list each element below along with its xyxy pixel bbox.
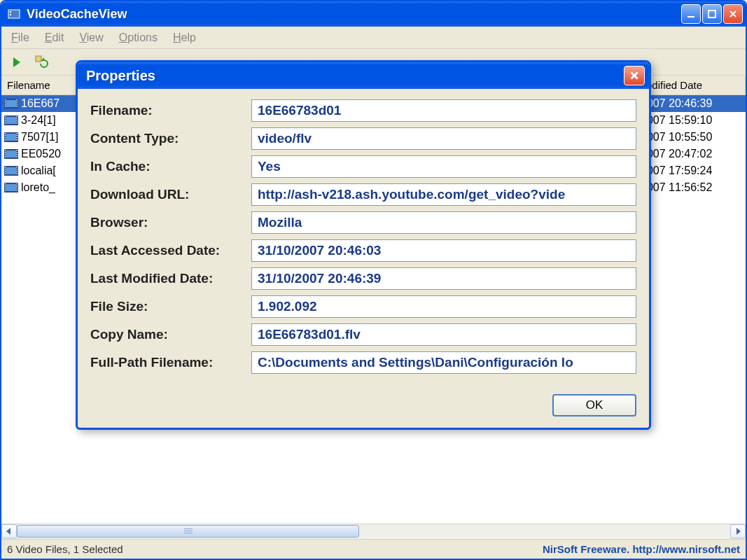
prop-filesize-value[interactable]: 1.902.092 (251, 295, 636, 318)
svg-rect-24 (17, 120, 18, 122)
menu-edit[interactable]: Edit (38, 29, 71, 47)
svg-rect-12 (17, 99, 18, 101)
dialog-title: Properties (86, 68, 624, 84)
svg-rect-50 (5, 171, 6, 172)
cell-modified: 2007 20:47:02 (641, 148, 746, 160)
prop-contenttype-value[interactable]: video/flv (251, 127, 636, 150)
svg-rect-47 (6, 167, 16, 174)
svg-rect-28 (5, 133, 6, 134)
svg-rect-54 (17, 171, 18, 172)
scroll-track[interactable] (17, 524, 730, 539)
svg-rect-40 (5, 154, 6, 155)
menu-help[interactable]: Help (166, 29, 203, 47)
svg-rect-2 (10, 14, 11, 15)
prop-browser-label: Browser: (90, 215, 251, 230)
svg-rect-33 (17, 135, 18, 136)
svg-rect-61 (5, 190, 6, 191)
svg-rect-29 (5, 135, 6, 136)
menu-file[interactable]: File (4, 29, 36, 47)
svg-rect-18 (5, 116, 6, 118)
svg-rect-3 (687, 16, 694, 18)
svg-rect-37 (6, 150, 16, 158)
menu-view[interactable]: View (72, 29, 110, 47)
prop-url-value[interactable]: http://ash-v218.ash.youtube.com/get_vide… (251, 183, 636, 206)
svg-rect-8 (5, 99, 6, 101)
svg-rect-58 (5, 183, 6, 185)
prop-contenttype-label: Content Type: (90, 131, 251, 146)
scroll-thumb[interactable] (17, 525, 359, 538)
film-icon (4, 99, 18, 108)
svg-rect-4 (708, 10, 715, 18)
svg-rect-39 (5, 152, 6, 153)
prop-accessed-value[interactable]: 31/10/2007 20:46:03 (251, 239, 636, 262)
film-icon (4, 132, 18, 142)
svg-rect-53 (17, 169, 18, 170)
maximize-button[interactable] (702, 4, 722, 24)
svg-rect-21 (5, 122, 6, 124)
svg-rect-1 (10, 11, 11, 13)
status-text: 6 Video Files, 1 Selected (7, 543, 543, 555)
statusbar: 6 Video Files, 1 Selected NirSoft Freewa… (1, 539, 746, 559)
svg-rect-7 (6, 100, 16, 107)
svg-rect-42 (17, 150, 18, 151)
cell-modified: 2007 20:46:39 (641, 97, 746, 110)
prop-filesize-label: File Size: (90, 299, 251, 314)
ok-button[interactable]: OK (552, 394, 636, 416)
properties-dialog: Properties Filename: 16E66783d01 Content… (76, 60, 651, 430)
menu-options[interactable]: Options (112, 29, 165, 47)
svg-rect-5 (36, 56, 41, 62)
svg-rect-43 (17, 152, 18, 153)
prop-copyname-label: Copy Name: (90, 327, 251, 342)
cell-modified: 2007 10:55:50 (641, 131, 746, 144)
svg-rect-44 (17, 154, 18, 155)
film-icon (4, 149, 18, 159)
prop-copyname-value[interactable]: 16E66783d01.flv (251, 323, 636, 346)
svg-rect-25 (17, 122, 18, 124)
prop-incache-value[interactable]: Yes (251, 155, 636, 178)
prop-modified-label: Last Modified Date: (90, 271, 251, 286)
menubar: File Edit View Options Help (1, 27, 746, 49)
prop-fullpath-value[interactable]: C:\Documents and Settings\Dani\Configura… (251, 351, 636, 374)
scroll-right-button[interactable] (730, 524, 746, 538)
film-icon (4, 166, 18, 176)
svg-rect-38 (5, 150, 6, 151)
prop-accessed-label: Last Accessed Date: (90, 243, 251, 258)
refresh-button[interactable] (32, 52, 52, 72)
svg-rect-65 (17, 190, 18, 191)
cell-modified: 2007 17:59:24 (641, 164, 746, 177)
svg-rect-10 (5, 104, 6, 105)
svg-rect-31 (5, 139, 6, 141)
svg-rect-52 (17, 167, 18, 168)
cell-modified: 2007 11:56:52 (641, 181, 746, 194)
minimize-button[interactable] (681, 4, 701, 24)
app-icon (7, 7, 21, 21)
svg-rect-57 (6, 184, 16, 191)
close-button[interactable] (723, 4, 743, 24)
svg-rect-15 (17, 106, 18, 107)
horizontal-scrollbar (1, 524, 746, 539)
prop-modified-value[interactable]: 31/10/2007 20:46:39 (251, 267, 636, 290)
prop-filename-value[interactable]: 16E66783d01 (251, 99, 636, 122)
svg-rect-27 (6, 134, 16, 141)
film-icon (4, 183, 18, 192)
film-icon (4, 115, 18, 125)
col-modified[interactable]: odified Date (641, 76, 746, 94)
svg-rect-62 (17, 183, 18, 185)
scroll-left-button[interactable] (1, 524, 17, 538)
play-button[interactable] (7, 52, 27, 72)
svg-rect-48 (5, 167, 6, 168)
svg-rect-34 (17, 137, 18, 139)
dialog-titlebar[interactable]: Properties (78, 62, 649, 89)
dialog-close-button[interactable] (624, 66, 645, 85)
svg-rect-14 (17, 104, 18, 105)
prop-fullpath-label: Full-Path Filename: (90, 355, 251, 370)
status-credits: NirSoft Freeware. http://www.nirsoft.net (543, 543, 740, 555)
prop-browser-value[interactable]: Mozilla (251, 211, 636, 234)
svg-rect-49 (5, 169, 6, 170)
svg-rect-20 (5, 120, 6, 122)
svg-rect-51 (5, 173, 6, 174)
svg-rect-9 (5, 102, 6, 103)
svg-rect-17 (6, 117, 16, 124)
prop-filename-label: Filename: (90, 103, 251, 118)
svg-rect-63 (17, 186, 18, 187)
